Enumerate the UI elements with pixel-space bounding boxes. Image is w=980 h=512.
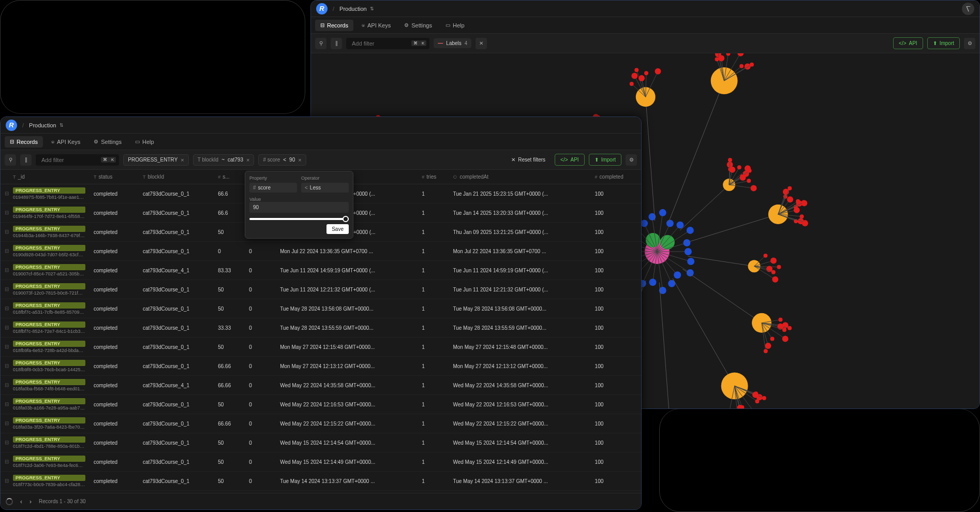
table-row[interactable]: ⊟PROGRESS_ENTRY018f7c2d-4bd1-788e-850a-8… xyxy=(1,433,641,452)
cell-score: 50 xyxy=(214,280,245,299)
tab-settings-front[interactable]: ⚙Settings xyxy=(88,136,127,148)
value-input[interactable] xyxy=(249,202,349,213)
col-completedat[interactable]: ⏲completedAt xyxy=(449,170,590,184)
table-row[interactable]: ⊟PROGRESS_ENTRY018fbf7c-8524-72e7-84c1-b… xyxy=(1,318,641,338)
tab-settings[interactable]: ⚙Settings xyxy=(399,20,437,31)
cell-extra: 0 xyxy=(245,433,276,452)
chevron-updown-icon-front[interactable]: ⇅ xyxy=(60,123,64,128)
operator-select[interactable]: <Less xyxy=(301,183,349,193)
filter-input-front[interactable] xyxy=(39,154,101,166)
cell-completed: 100 xyxy=(591,357,641,376)
chip-close[interactable]: ✕ xyxy=(476,38,487,49)
table-row[interactable]: ⊟PROGRESS_ENTRY018f773c-b0c9-7839-abc4-c… xyxy=(1,472,641,491)
record-icon: ⊟ xyxy=(5,420,9,426)
value-slider[interactable] xyxy=(249,218,349,220)
user-avatar[interactable]: ⎲ xyxy=(962,3,974,15)
col-id[interactable]: T_id xyxy=(1,170,90,184)
type-badge: PROGRESS_ENTRY xyxy=(13,245,85,251)
table-row[interactable]: ⊟PROGRESS_ENTRY018fb9f8-0cb3-76cb-bca6-1… xyxy=(1,357,641,376)
app-logo[interactable]: R xyxy=(316,3,328,14)
table-row[interactable]: ⊟PROGRESS_ENTRY0190073f-12c0-7815-b0c8-7… xyxy=(1,280,641,299)
tab-records[interactable]: ⊟Records xyxy=(315,20,353,31)
svg-point-320 xyxy=(655,68,661,75)
cell-tries: 1 xyxy=(418,261,449,280)
table-row[interactable]: ⊟PROGRESS_ENTRY0190d928-043d-7d07-b5f2-6… xyxy=(1,242,641,261)
table-row[interactable]: ⊟PROGRESS_ENTRY018fb9fa-6e52-728b-a42d-b… xyxy=(1,338,641,357)
import-button[interactable]: ⬆Import xyxy=(927,37,960,49)
col-score[interactable]: #s... xyxy=(214,170,245,184)
filter-chip-blockid[interactable]: T blockId ~ cat793 × xyxy=(193,154,255,166)
pause-icon-button[interactable]: ‖ xyxy=(331,38,342,49)
cell-tries: 1 xyxy=(418,433,449,452)
type-badge: PROGRESS_ENTRY xyxy=(13,436,85,443)
save-button[interactable]: Save xyxy=(326,224,349,234)
record-icon: ⊟ xyxy=(5,305,9,311)
filter-chip-type[interactable]: PROGRESS_ENTRY× xyxy=(123,154,188,166)
table-row[interactable]: ⊟PROGRESS_ENTRY018fa0ba-f568-74f8-b648-e… xyxy=(1,376,641,395)
app-logo-front[interactable]: R xyxy=(6,120,17,131)
code-icon: </> xyxy=(560,157,568,163)
filter-chip-score[interactable]: # score < 90 × xyxy=(258,154,306,166)
table-row[interactable]: ⊟PROGRESS_ENTRY018f773b-2209-711f-84bd-c… xyxy=(1,491,641,493)
chip-labels[interactable]: — Labels 4 xyxy=(434,38,471,48)
svg-point-50 xyxy=(763,254,767,258)
cell-completedat: Tue Jun 11 2024 14:59:19 GMT+0000 (... xyxy=(449,261,590,280)
api-button[interactable]: </>API xyxy=(893,37,923,49)
score-filter-popover: Property #score Operator <Less Value Sav… xyxy=(245,171,353,239)
col-completed[interactable]: #completed xyxy=(591,170,641,184)
gear-icon: ⚙ xyxy=(94,139,98,144)
table-row[interactable]: ⊟PROGRESS_ENTRY018fa03b-a166-7e28-a95a-a… xyxy=(1,395,641,414)
table-row[interactable]: ⊟PROGRESS_ENTRY018f7c2d-3a06-7e93-8e4a-f… xyxy=(1,452,641,472)
close-icon[interactable]: × xyxy=(246,157,249,163)
reset-filters-button[interactable]: ✕Reset filters xyxy=(506,154,551,165)
cell-extra: 0 xyxy=(245,452,276,472)
type-badge: PROGRESS_ENTRY xyxy=(13,341,85,347)
tab-help[interactable]: ▭Help xyxy=(440,20,470,31)
record-id: 018fbf7c-a531-7cfb-8e85-857091a0d... xyxy=(13,310,85,315)
chevron-updown-icon[interactable]: ⇅ xyxy=(370,6,374,11)
cell-status: completed xyxy=(90,395,139,414)
tab-help-front[interactable]: ▭Help xyxy=(130,136,159,148)
property-select[interactable]: #score xyxy=(249,183,297,193)
settings-gear-button[interactable]: ⚙ xyxy=(964,38,975,49)
import-button-front[interactable]: ⬆Import xyxy=(589,154,621,166)
table-row[interactable]: ⊟PROGRESS_ENTRY019007cf-85c4-7027-a521-3… xyxy=(1,261,641,280)
svg-point-10 xyxy=(674,271,681,279)
prev-page-button[interactable]: ‹ xyxy=(20,498,22,505)
col-tries[interactable]: #tries xyxy=(418,170,449,184)
svg-point-398 xyxy=(803,220,807,224)
close-icon[interactable]: × xyxy=(181,157,184,163)
tab-records-front[interactable]: ⊟Records xyxy=(5,136,43,148)
breadcrumb-project-front[interactable]: Production xyxy=(29,122,56,128)
table-row[interactable]: ⊟PROGRESS_ENTRY018fa03a-3f20-7a6a-8423-f… xyxy=(1,414,641,433)
filter-icon-button[interactable]: ⚲ xyxy=(315,38,326,49)
api-button-front[interactable]: </>API xyxy=(555,154,585,166)
loading-spinner-icon xyxy=(6,498,13,505)
cell-status: completed xyxy=(90,338,139,357)
cell-tries: 1 xyxy=(418,414,449,433)
svg-point-88 xyxy=(762,396,766,400)
filter-input[interactable] xyxy=(349,38,411,49)
next-page-button[interactable]: › xyxy=(29,498,32,505)
record-id: 018fa0ba-f568-74f8-b648-eed0120b... xyxy=(13,386,85,391)
breadcrumb-project[interactable]: Production xyxy=(339,6,367,12)
pause-icon-button-front[interactable]: ‖ xyxy=(20,154,32,166)
table-row[interactable]: ⊟PROGRESS_ENTRY018fbf7c-a531-7cfb-8e85-8… xyxy=(1,299,641,318)
cell-status: completed xyxy=(90,433,139,452)
cell-extra: 0 xyxy=(245,395,276,414)
cell-completed: 100 xyxy=(591,318,641,338)
slider-thumb[interactable] xyxy=(343,216,349,222)
settings-gear-button-front[interactable]: ⚙ xyxy=(626,154,637,166)
type-badge: PROGRESS_ENTRY xyxy=(13,187,85,194)
tab-api-keys[interactable]: ⍟API Keys xyxy=(357,20,396,31)
cell-status: completed xyxy=(90,299,139,318)
tab-api-keys-front[interactable]: ⍟API Keys xyxy=(46,136,85,148)
cell-status: completed xyxy=(90,357,139,376)
col-status[interactable]: Tstatus xyxy=(90,170,139,184)
cell-completedat: Mon Jul 22 2024 13:36:35 GMT+0700 ... xyxy=(449,242,590,261)
cell-tries: 1 xyxy=(418,452,449,472)
filter-icon-button-front[interactable]: ⚲ xyxy=(5,154,16,166)
cell-status: completed xyxy=(90,261,139,280)
col-blockid[interactable]: TblockId xyxy=(139,170,214,184)
close-icon[interactable]: × xyxy=(298,157,301,163)
